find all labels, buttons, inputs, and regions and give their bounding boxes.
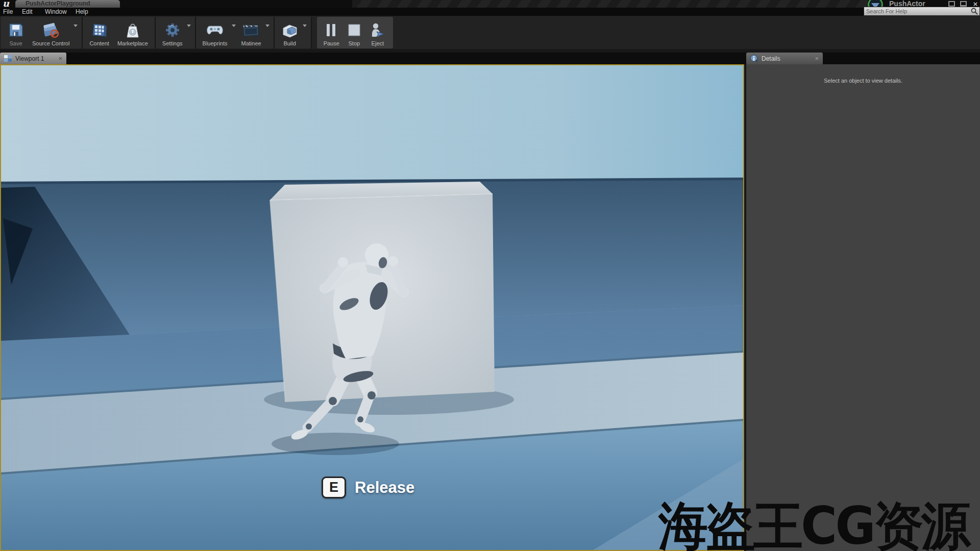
toolbar-button-blueprints[interactable]: Blueprints (199, 18, 232, 47)
tab-viewport-1[interactable]: Viewport 1 × (0, 53, 66, 64)
toolbar-button-matinee[interactable]: Matinee (237, 18, 265, 47)
toolbar-group-blueprints: Blueprints Matinee (196, 17, 275, 48)
details-info-icon (750, 55, 758, 62)
toolbar-button-content[interactable]: Content (85, 18, 113, 47)
menu-file[interactable]: File (3, 8, 13, 15)
search-help-input[interactable] (864, 8, 971, 14)
interaction-prompt: E Release (322, 477, 414, 498)
matinee-icon (241, 20, 261, 40)
tab-viewport-close-icon[interactable]: × (58, 55, 62, 62)
toolbar-group-file: Save Source Control (1, 17, 83, 48)
content-browser-icon (91, 20, 108, 40)
window-controls: × (948, 0, 979, 7)
save-icon (8, 20, 24, 40)
source-control-icon (42, 20, 60, 40)
unreal-editor-window: u PushActorPlayground PushActor × File E… (0, 0, 980, 551)
toolbar-group-play-controls: Pause Stop Eject (317, 17, 393, 48)
toolbar-group-content: Content Marketplace (83, 17, 155, 48)
close-button[interactable]: × (972, 1, 979, 7)
toolbar-group-settings: Settings (156, 17, 196, 48)
toolbar-button-build[interactable]: Build (277, 18, 303, 47)
menu-bar: File Edit Window Help (0, 8, 980, 16)
tab-viewport-label: Viewport 1 (15, 55, 44, 62)
key-e-icon: E (322, 477, 346, 498)
marketplace-icon (125, 20, 140, 40)
blueprints-dropdown-arrow-icon[interactable] (232, 24, 236, 27)
source-control-dropdown-arrow-icon[interactable] (74, 24, 78, 27)
document-tab[interactable]: PushActorPlayground (15, 0, 120, 8)
search-help-box (864, 7, 980, 16)
build-icon (281, 20, 299, 40)
eject-icon (369, 20, 386, 40)
search-icon (971, 8, 978, 15)
details-panel: Select an object to view details. (746, 64, 980, 551)
menu-edit[interactable]: Edit (22, 8, 33, 15)
toolbar-button-marketplace[interactable]: Marketplace (113, 18, 152, 47)
main-toolbar: Save Source Control Content M (0, 16, 980, 49)
details-empty-message: Select an object to view details. (746, 78, 980, 84)
menu-help[interactable]: Help (76, 8, 88, 15)
watermark: 海盗王CG资源 (658, 492, 969, 551)
build-dropdown-arrow-icon[interactable] (303, 24, 307, 27)
viewport-grid-icon (4, 55, 12, 62)
blueprints-icon (205, 20, 225, 40)
toolbar-under-strip (0, 49, 980, 53)
stop-icon (348, 20, 361, 40)
maximize-button[interactable] (960, 1, 967, 7)
tab-details-label: Details (762, 55, 780, 62)
toolbar-button-eject[interactable]: Eject (365, 18, 390, 47)
pause-icon (325, 20, 337, 40)
toolbar-button-stop[interactable]: Stop (344, 18, 365, 47)
toolbar-group-build: Build (275, 17, 312, 48)
titlebar-stripes (352, 0, 868, 8)
toolbar-button-save[interactable]: Save (4, 18, 28, 47)
settings-icon (164, 20, 181, 40)
title-bar: u PushActorPlayground PushActor × (0, 0, 980, 8)
minimize-button[interactable] (948, 1, 955, 7)
game-viewport[interactable]: E Release (0, 64, 744, 551)
tab-details-close-icon[interactable]: × (815, 55, 819, 62)
menu-window[interactable]: Window (45, 8, 67, 15)
toolbar-button-settings[interactable]: Settings (158, 18, 187, 47)
tab-details[interactable]: Details × (746, 53, 823, 64)
toolbar-button-pause[interactable]: Pause (320, 18, 344, 47)
toolbar-button-source-control[interactable]: Source Control (28, 18, 74, 47)
matinee-dropdown-arrow-icon[interactable] (265, 24, 270, 27)
dock-tab-row: Viewport 1 × Details × (0, 53, 980, 64)
prompt-action-label: Release (355, 479, 414, 497)
settings-dropdown-arrow-icon[interactable] (187, 24, 191, 27)
